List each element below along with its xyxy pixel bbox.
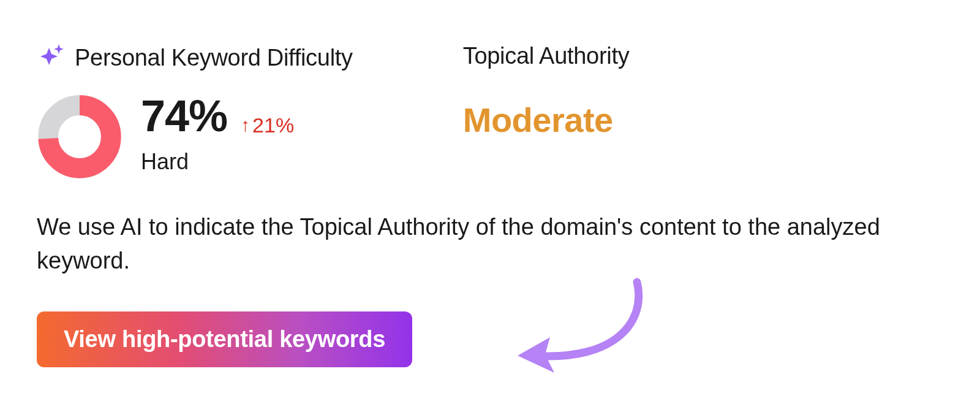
description-text: We use AI to indicate the Topical Author… [37,210,931,278]
difficulty-body: 74% ↑ 21% Hard [37,94,353,180]
difficulty-header: Personal Keyword Difficulty [37,43,353,72]
authority-header: Topical Authority [463,43,630,69]
difficulty-delta: ↑ 21% [241,113,294,137]
difficulty-values: 74% ↑ 21% Hard [141,94,294,175]
difficulty-donut-chart [37,94,123,180]
sparkle-icon [37,43,66,72]
difficulty-title: Personal Keyword Difficulty [75,45,353,71]
authority-metric: Topical Authority Moderate [463,43,630,180]
difficulty-delta-value: 21% [252,113,294,137]
authority-value: Moderate [463,100,630,140]
difficulty-percent: 74% [141,94,227,138]
view-high-potential-keywords-button[interactable]: View high-potential keywords [37,311,412,367]
arrow-up-icon: ↑ [241,116,250,134]
difficulty-metric: Personal Keyword Difficulty 74% ↑ 21% Ha… [37,43,353,180]
difficulty-label: Hard [141,149,294,175]
annotation-arrow-icon [508,276,668,399]
authority-title: Topical Authority [463,43,630,69]
metrics-row: Personal Keyword Difficulty 74% ↑ 21% Ha… [37,43,943,180]
difficulty-value-line: 74% ↑ 21% [141,94,294,138]
